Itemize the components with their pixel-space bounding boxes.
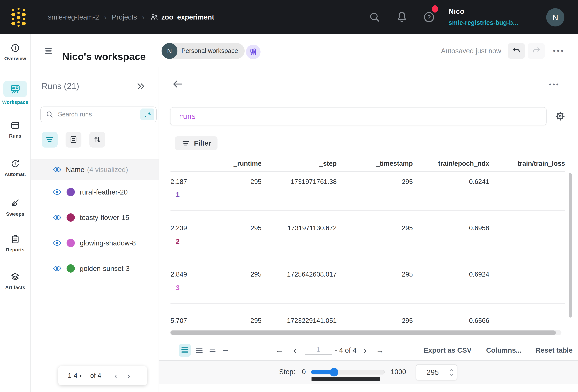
- search-runs-input[interactable]: [57, 110, 140, 118]
- undo-button[interactable]: [508, 43, 525, 59]
- help-icon[interactable]: ?: [422, 11, 436, 24]
- eye-visibility-icon[interactable]: [53, 240, 62, 246]
- row-index[interactable]: 2: [176, 238, 180, 245]
- page-range-dropdown[interactable]: 1-4: [68, 372, 77, 379]
- sidebar-item-runs[interactable]: Runs: [0, 120, 30, 139]
- row-height-large-button[interactable]: [207, 344, 218, 357]
- gear-settings-icon[interactable]: [555, 111, 565, 121]
- row-height-xlarge-button[interactable]: [220, 344, 232, 357]
- breadcrumb-projects[interactable]: Projects: [112, 13, 137, 21]
- notification-badge: [432, 5, 438, 13]
- table-row[interactable]: 4 5.707 295 1723229141.051 295 0.6566: [170, 304, 565, 331]
- table-row[interactable]: 2 2.239 295 1731971130.672 295 0.6958: [170, 211, 565, 257]
- filter-button-label: Filter: [194, 139, 211, 147]
- run-color-dot: [67, 213, 75, 222]
- back-arrow-icon[interactable]: [172, 78, 183, 90]
- eye-visibility-icon[interactable]: [53, 189, 62, 195]
- eye-visibility-icon[interactable]: [53, 265, 62, 272]
- run-list-item[interactable]: golden-sunset-3: [31, 256, 159, 281]
- sidebar-item-sweeps[interactable]: Sweeps: [0, 198, 30, 217]
- row-height-small-button[interactable]: [179, 344, 191, 357]
- search-icon: [45, 110, 54, 119]
- page-number-input[interactable]: [305, 345, 332, 355]
- sidebar-item-overview[interactable]: Overview: [0, 42, 30, 61]
- runs-table-panel: ●●● Filter _runtime _step _timestamp t: [159, 67, 578, 392]
- eye-visibility-icon[interactable]: [53, 166, 62, 173]
- last-page-arrow[interactable]: →: [376, 346, 384, 355]
- user-name[interactable]: Nico: [449, 7, 464, 16]
- reset-table-button[interactable]: Reset table: [536, 346, 573, 354]
- chevron-down-icon[interactable]: ▾: [79, 373, 82, 378]
- customize-workspace-icon[interactable]: [246, 45, 261, 59]
- sidebar-label: Runs: [9, 133, 21, 139]
- notifications-bell-icon[interactable]: [395, 11, 409, 24]
- run-list-item[interactable]: toasty-flower-15: [31, 205, 159, 230]
- search-icon[interactable]: [368, 11, 381, 24]
- run-list-header[interactable]: Name (4 visualized): [31, 159, 159, 180]
- column-header[interactable]: _runtime: [185, 160, 262, 167]
- step-slider-thumb[interactable]: [330, 368, 338, 376]
- columns-button[interactable]: Columns...: [486, 346, 522, 354]
- user-avatar[interactable]: N: [546, 8, 564, 26]
- vertical-scrollbar[interactable]: [569, 173, 572, 318]
- horizontal-scrollbar-thumb[interactable]: [170, 330, 556, 335]
- column-header[interactable]: _timestamp: [337, 160, 413, 167]
- first-page-arrow[interactable]: ←: [275, 346, 283, 355]
- cell-step: 295: [185, 211, 262, 257]
- row-height-medium-button[interactable]: [193, 344, 205, 357]
- run-name[interactable]: rural-feather-20: [80, 188, 128, 196]
- column-header[interactable]: train/epoch_ndx: [413, 160, 489, 167]
- prev-page-chevron[interactable]: ‹: [293, 345, 296, 355]
- cell-timestamp: 1723229141.051: [262, 304, 337, 331]
- workspace-overflow-menu[interactable]: ●●●: [553, 48, 565, 53]
- step-max-value: 1000: [391, 368, 406, 376]
- table-filter-button[interactable]: Filter: [175, 136, 218, 150]
- step-value[interactable]: 295: [416, 368, 449, 377]
- step-value-stepper: 295: [416, 364, 457, 380]
- menu-hamburger-icon[interactable]: [44, 45, 55, 57]
- horizontal-scrollbar-track[interactable]: [170, 330, 561, 335]
- sort-runs-button[interactable]: [89, 132, 105, 148]
- wandb-logo-icon[interactable]: [11, 7, 26, 28]
- panel-overflow-menu[interactable]: ●●●: [549, 82, 560, 87]
- prev-page-chevron[interactable]: ‹: [115, 371, 117, 380]
- workspace-owner-avatar: N: [162, 43, 177, 59]
- personal-workspace-badge[interactable]: N Personal workspace: [162, 43, 245, 59]
- autosave-status: Autosaved just now: [441, 47, 501, 55]
- run-name[interactable]: golden-sunset-3: [80, 264, 130, 272]
- breadcrumb-project[interactable]: zoo_experiment: [150, 13, 214, 22]
- column-header[interactable]: _step: [262, 160, 337, 167]
- run-list-item[interactable]: rural-feather-20: [31, 179, 159, 205]
- cell-runtime: 2.849: [170, 257, 185, 303]
- run-settings-button[interactable]: [66, 132, 81, 148]
- collapse-panel-icon[interactable]: [136, 82, 145, 91]
- export-csv-button[interactable]: Export as CSV: [424, 346, 471, 354]
- row-index[interactable]: 3: [176, 284, 180, 292]
- sidebar-item-artifacts[interactable]: Artifacts: [0, 271, 30, 290]
- sidebar-item-workspace[interactable]: Workspace: [0, 81, 30, 105]
- sidebar-item-reports[interactable]: Reports: [0, 234, 30, 252]
- step-slider-track[interactable]: [311, 370, 385, 374]
- stepper-arrows[interactable]: [449, 369, 454, 376]
- sidebar-label: Reports: [6, 247, 24, 252]
- query-input[interactable]: [178, 112, 546, 121]
- sidebar-item-automations[interactable]: Automat.: [0, 158, 30, 177]
- regex-toggle-button[interactable]: .*: [140, 109, 154, 120]
- step-slider-bar: Step: 0 1000 295: [159, 360, 578, 384]
- filter-runs-button[interactable]: [42, 132, 58, 148]
- run-name[interactable]: glowing-shadow-8: [80, 239, 136, 247]
- breadcrumb-team[interactable]: smle-reg-team-2: [48, 13, 99, 21]
- table-row[interactable]: 1 2.187 295 1731971761.38 295 0.6241: [170, 172, 565, 211]
- run-list-item[interactable]: glowing-shadow-8: [31, 230, 159, 256]
- column-header[interactable]: train/train_loss: [489, 160, 565, 167]
- user-org-link[interactable]: smle-registries-bug-b...: [449, 19, 518, 26]
- table-row[interactable]: 3 2.849 295 1725642608.017 295 0.6924: [170, 257, 565, 304]
- eye-visibility-icon[interactable]: [53, 214, 62, 221]
- next-page-chevron[interactable]: ›: [364, 345, 367, 355]
- runs-pagination: 1-4 ▾ of 4 ‹ ›: [58, 366, 147, 385]
- redo-button[interactable]: [528, 43, 545, 59]
- next-page-chevron[interactable]: ›: [127, 371, 130, 380]
- run-name[interactable]: toasty-flower-15: [80, 214, 129, 221]
- row-index[interactable]: 1: [176, 191, 180, 198]
- cell-step: 295: [185, 172, 262, 210]
